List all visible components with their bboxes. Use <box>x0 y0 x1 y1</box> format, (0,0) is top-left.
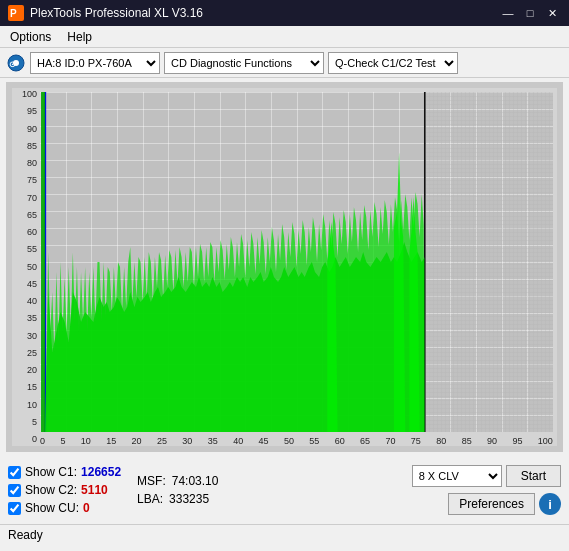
y-label-10: 10 <box>12 401 40 410</box>
svg-rect-8 <box>41 92 45 432</box>
close-button[interactable]: ✕ <box>543 5 561 21</box>
chart-inner: 0 5 10 15 20 25 30 35 40 45 50 55 60 65 … <box>12 88 557 446</box>
msf-label: MSF: <box>137 474 166 488</box>
window-controls: — □ ✕ <box>499 5 561 21</box>
maximize-button[interactable]: □ <box>521 5 539 21</box>
svg-marker-10 <box>45 192 425 432</box>
menu-options[interactable]: Options <box>6 28 55 46</box>
c2-row: Show C2: 5110 <box>8 483 121 497</box>
c1-checkbox[interactable] <box>8 466 21 479</box>
y-label-50: 50 <box>12 263 40 272</box>
msf-lba-group: MSF: 74:03.10 LBA: 333235 <box>137 474 257 506</box>
chart-svg <box>40 92 553 432</box>
svg-text:⊙: ⊙ <box>9 60 16 69</box>
c1-data <box>41 92 425 432</box>
y-label-95: 95 <box>12 107 40 116</box>
test-select[interactable]: Q-Check C1/C2 Test <box>328 52 458 74</box>
drive-select[interactable]: HA:8 ID:0 PX-760A <box>30 52 160 74</box>
cu-checkbox[interactable] <box>8 502 21 515</box>
c2-label: Show C2: <box>25 483 77 497</box>
toolbar: ⊙ HA:8 ID:0 PX-760A CD Diagnostic Functi… <box>0 48 569 78</box>
window-title: PlexTools Professional XL V3.16 <box>30 6 203 20</box>
chart-container: 0 5 10 15 20 25 30 35 40 45 50 55 60 65 … <box>6 82 563 452</box>
c2-checkbox[interactable] <box>8 484 21 497</box>
y-label-35: 35 <box>12 314 40 323</box>
status-bar: Ready <box>0 524 569 544</box>
x-axis: 0 5 10 15 20 25 30 35 40 45 50 55 60 65 … <box>40 432 553 446</box>
y-label-0: 0 <box>12 435 40 444</box>
status-panel: Show C1: 126652 Show C2: 5110 Show CU: 0… <box>0 456 569 524</box>
c1-row: Show C1: 126652 <box>8 465 121 479</box>
y-label-70: 70 <box>12 194 40 203</box>
y-label-30: 30 <box>12 332 40 341</box>
speed-select[interactable]: 8 X CLV 4 X CLV 2 X CLV 1 X CLV <box>412 465 502 487</box>
y-label-80: 80 <box>12 159 40 168</box>
right-controls: 8 X CLV 4 X CLV 2 X CLV 1 X CLV Start Pr… <box>412 465 561 515</box>
preferences-button[interactable]: Preferences <box>448 493 535 515</box>
y-label-55: 55 <box>12 245 40 254</box>
y-label-90: 90 <box>12 125 40 134</box>
svg-text:P: P <box>10 8 17 19</box>
start-button[interactable]: Start <box>506 465 561 487</box>
msf-row: MSF: 74:03.10 <box>137 474 257 488</box>
msf-value: 74:03.10 <box>172 474 219 488</box>
y-label-75: 75 <box>12 176 40 185</box>
y-label-85: 85 <box>12 142 40 151</box>
y-label-40: 40 <box>12 297 40 306</box>
y-axis: 0 5 10 15 20 25 30 35 40 45 50 55 60 65 … <box>12 88 40 446</box>
lba-label: LBA: <box>137 492 163 506</box>
top-right-controls: 8 X CLV 4 X CLV 2 X CLV 1 X CLV Start <box>412 465 561 487</box>
c1-label: Show C1: <box>25 465 77 479</box>
menu-bar: Options Help <box>0 26 569 48</box>
y-label-15: 15 <box>12 383 40 392</box>
lba-value: 333235 <box>169 492 209 506</box>
checkboxes-group: Show C1: 126652 Show C2: 5110 Show CU: 0 <box>8 465 121 515</box>
bottom-right-controls: Preferences i <box>448 493 561 515</box>
c2-value: 5110 <box>81 483 108 497</box>
title-bar: P PlexTools Professional XL V3.16 — □ ✕ <box>0 0 569 26</box>
menu-help[interactable]: Help <box>63 28 96 46</box>
app-icon: P <box>8 5 24 21</box>
cu-value: 0 <box>83 501 90 515</box>
minimize-button[interactable]: — <box>499 5 517 21</box>
y-label-20: 20 <box>12 366 40 375</box>
y-label-5: 5 <box>12 418 40 427</box>
cu-label: Show CU: <box>25 501 79 515</box>
c1-value: 126652 <box>81 465 121 479</box>
svg-marker-11 <box>394 152 405 432</box>
y-label-45: 45 <box>12 280 40 289</box>
drive-icon: ⊙ <box>6 53 26 73</box>
y-label-100: 100 <box>12 90 40 99</box>
status-text: Ready <box>8 528 43 542</box>
y-label-65: 65 <box>12 211 40 220</box>
info-button[interactable]: i <box>539 493 561 515</box>
chart-plot <box>40 92 553 432</box>
y-label-60: 60 <box>12 228 40 237</box>
function-select[interactable]: CD Diagnostic Functions <box>164 52 324 74</box>
cu-row: Show CU: 0 <box>8 501 121 515</box>
lba-row: LBA: 333235 <box>137 492 257 506</box>
y-label-25: 25 <box>12 349 40 358</box>
